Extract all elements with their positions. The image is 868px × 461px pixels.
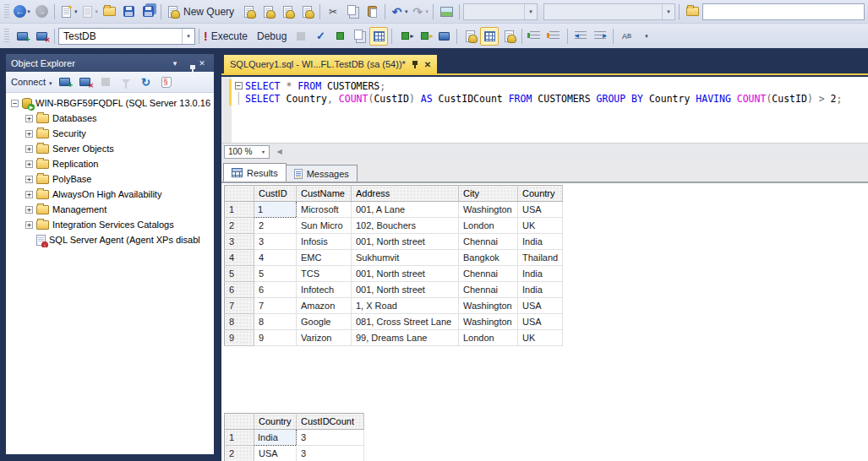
redo-button[interactable]: ↷▾ (410, 3, 430, 21)
grid-cell[interactable]: 6 (254, 282, 297, 298)
tree-item-server-objects[interactable]: +Server Objects (6, 141, 214, 156)
paste-button[interactable] (363, 3, 381, 21)
cut-button[interactable]: ✂ (324, 3, 342, 21)
toolbar-combo-1[interactable]: ▾ (463, 3, 538, 20)
column-header-country[interactable]: Country (254, 414, 297, 430)
grid-cell[interactable]: Washington (459, 202, 518, 218)
search-input[interactable] (702, 3, 865, 20)
expand-icon[interactable]: + (25, 206, 33, 214)
toolbar-grip[interactable] (4, 4, 9, 19)
grid-cell[interactable]: 081, Cross Street Lane (352, 314, 459, 330)
grid-cell[interactable]: Chennai (459, 266, 518, 282)
row-header-cell[interactable]: 6 (225, 282, 254, 298)
grid-cell[interactable]: 3 (254, 234, 297, 250)
results-to-text-button[interactable] (461, 27, 479, 46)
undo-button[interactable]: ↶▾ (389, 3, 409, 21)
decrease-indent-button[interactable] (571, 27, 590, 46)
object-explorer-titlebar[interactable]: Object Explorer ▾ ✕ (6, 54, 214, 72)
dmx-query-button[interactable] (278, 3, 297, 21)
toolbar-overflow-button[interactable]: ▾ (636, 27, 655, 46)
grid-cell[interactable]: Google (297, 314, 352, 330)
row-header-cell[interactable]: 5 (225, 266, 254, 282)
grid-cell[interactable]: EMC (297, 250, 352, 266)
oe-refresh-button[interactable]: ↻ (137, 73, 156, 91)
grid-cell[interactable]: TCS (297, 266, 352, 282)
tree-item-alwayson-high-availability[interactable]: +AlwaysOn High Availability (6, 187, 214, 202)
tree-item-databases[interactable]: +Databases (6, 111, 214, 126)
column-header-custid[interactable]: CustID (254, 186, 297, 202)
oe-filter-button[interactable] (117, 73, 135, 91)
grid-cell[interactable]: 001, North street (352, 282, 459, 298)
client-statistics-button[interactable] (434, 27, 453, 46)
navigate-forward-button[interactable]: → (32, 3, 51, 21)
row-header-cell[interactable]: 8 (225, 314, 254, 330)
uncomment-button[interactable] (545, 27, 564, 46)
column-header-custname[interactable]: CustName (297, 186, 352, 202)
window-position-button[interactable]: ▾ (168, 59, 182, 68)
row-header-cell[interactable]: 1 (225, 430, 254, 446)
grid-cell[interactable]: USA (518, 202, 563, 218)
column-header-address[interactable]: Address (352, 186, 459, 202)
expand-icon[interactable]: + (25, 176, 33, 183)
tree-item-sql-server-agent-agent-xps-dis[interactable]: SQL Server Agent (Agent XPs disabl (6, 232, 214, 247)
grid-cell[interactable]: India (518, 266, 563, 282)
specify-values-button[interactable]: AB (617, 27, 636, 46)
debug-button[interactable]: Debug (253, 27, 291, 46)
grid-cell[interactable]: India (518, 234, 563, 250)
row-header-cell[interactable]: 2 (225, 218, 254, 234)
grid-cell[interactable]: 8 (254, 314, 297, 330)
toolbar-grip[interactable] (4, 29, 9, 44)
collapse-icon[interactable]: − (11, 100, 19, 107)
grid-cell[interactable]: Varizon (297, 330, 352, 346)
grid-cell[interactable]: UK (518, 218, 563, 234)
grid-cell[interactable]: Washington (459, 314, 518, 330)
tab-results[interactable]: Results (223, 163, 287, 182)
available-databases-combo[interactable]: TestDB ▾ (58, 28, 195, 45)
expand-icon[interactable]: + (25, 145, 33, 153)
column-header-city[interactable]: City (459, 186, 518, 202)
grid-cell[interactable]: UK (518, 330, 563, 346)
grid-cell[interactable]: 7 (254, 298, 297, 314)
expand-icon[interactable]: + (25, 221, 33, 229)
row-header-cell[interactable]: 3 (225, 234, 254, 250)
grid-corner-cell[interactable] (225, 186, 254, 202)
grid-cell[interactable]: Infosis (297, 234, 352, 250)
grid-cell[interactable]: Sun Micro (297, 218, 352, 234)
connect-dropdown-button[interactable]: Connect ▾ (9, 77, 54, 87)
grid-cell[interactable]: Washington (459, 298, 518, 314)
add-item-button[interactable]: ▾ (79, 3, 100, 21)
estimated-plan-button[interactable] (350, 27, 368, 46)
toolbar-combo-2[interactable]: ▾ (543, 3, 675, 20)
row-header-cell[interactable]: 2 (225, 446, 254, 461)
analyze-dta-button[interactable] (330, 27, 349, 46)
xmla-query-button[interactable] (298, 3, 316, 21)
activity-monitor-button[interactable] (437, 3, 456, 21)
grid-cell[interactable]: 102, Bouchers (352, 218, 459, 234)
results-to-grid-button[interactable] (480, 27, 499, 46)
tab-close-icon[interactable]: ✕ (424, 60, 431, 69)
grid-cell[interactable]: Amazon (297, 298, 352, 314)
grid-cell[interactable]: Microsoft (297, 202, 352, 218)
grid-cell[interactable]: Thailand (518, 250, 563, 266)
intellisense-button[interactable] (369, 27, 388, 46)
change-connection-button[interactable] (32, 27, 51, 46)
row-header-cell[interactable]: 4 (225, 250, 254, 266)
increase-indent-button[interactable] (591, 27, 609, 46)
expand-icon[interactable]: + (25, 160, 33, 168)
grid-cell[interactable]: London (459, 218, 518, 234)
tree-item-integration-services-catalogs[interactable]: +Integration Services Catalogs (6, 217, 214, 232)
open-file-button[interactable] (100, 3, 118, 21)
tree-item-win-rbgf59fqdfl-sql-server-13-[interactable]: −WIN-RBGF59FQDFL (SQL Server 13.0.16 (6, 95, 214, 111)
execute-button[interactable]: !Execute (203, 27, 252, 46)
editor-zoom-combo[interactable]: 100 % ▾ (224, 145, 270, 159)
grid-cell[interactable]: Chennai (459, 282, 518, 298)
cancel-query-button[interactable] (292, 27, 310, 46)
grid-cell[interactable]: Sukhumvit (352, 250, 459, 266)
hscroll-left-button[interactable]: ◀ (273, 145, 286, 159)
navigate-back-button[interactable]: ←▾ (13, 3, 31, 21)
connect-button[interactable] (13, 27, 31, 46)
expand-icon[interactable]: + (25, 130, 33, 138)
collapse-region-icon[interactable]: − (235, 82, 243, 89)
save-all-button[interactable] (139, 3, 157, 21)
copy-button[interactable] (343, 3, 362, 21)
